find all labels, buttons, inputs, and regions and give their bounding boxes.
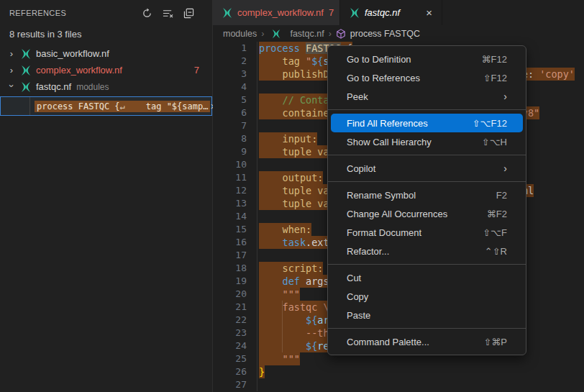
menu-separator <box>328 264 526 265</box>
menu-item-go-to-definition[interactable]: Go to Definition⌘F12 <box>331 50 523 68</box>
code-line-content: output: <box>257 171 323 184</box>
close-tab-icon[interactable]: × <box>425 6 433 19</box>
menu-item-command-palette[interactable]: Command Palette...⇧⌘P <box>331 332 523 351</box>
menu-item-rename-symbol[interactable]: Rename SymbolF2 <box>331 186 523 204</box>
nextflow-file-icon <box>20 81 32 93</box>
code-token <box>259 146 283 158</box>
code-token <box>300 55 306 67</box>
code-line[interactable]: 27 <box>213 378 584 391</box>
code-token: input: <box>283 133 318 145</box>
code-token <box>259 172 283 183</box>
menu-item-label: Copy <box>347 291 368 302</box>
editor-context-menu: Go to Definition⌘F12Go to References⇧F12… <box>327 45 526 355</box>
menu-item-label: Change All Occurrences <box>347 209 447 219</box>
line-number: 4 <box>213 81 257 94</box>
clear-all-icon[interactable] <box>161 6 174 19</box>
code-line-content <box>257 158 259 171</box>
collapse-all-icon[interactable] <box>182 6 195 19</box>
line-number: 10 <box>213 158 257 171</box>
reference-result-item[interactable]: process FASTQC {↵ tag "${samp… × <box>0 96 212 116</box>
menu-item-label: Format Document <box>347 227 421 238</box>
tab-complex-workflow[interactable]: complex_workflow.nf 7 <box>213 0 340 25</box>
line-number: 6 <box>213 106 257 119</box>
menu-item-refactor[interactable]: Refactor...⌃⇧R <box>331 242 523 260</box>
code-line-content <box>257 81 259 94</box>
code-token: process <box>259 42 306 54</box>
tab-bar: complex_workflow.nf 7 fastqc.nf × <box>213 0 584 25</box>
code-token: when: <box>283 224 312 235</box>
code-token: script: <box>283 263 324 274</box>
nextflow-file-icon <box>222 7 233 19</box>
menu-item-label: Refactor... <box>347 246 389 257</box>
menu-item-copy[interactable]: Copy <box>331 287 523 306</box>
code-token: " <box>306 55 311 67</box>
menu-item-keybinding: F2 <box>496 190 507 201</box>
code-token: """ <box>283 353 300 365</box>
menu-item-copilot[interactable]: Copilot› <box>331 159 523 178</box>
tree-item-file[interactable]: ›basic_workflow.nf <box>0 45 212 62</box>
chevron-right-icon[interactable]: › <box>6 48 17 59</box>
line-number: 26 <box>213 365 257 378</box>
menu-item-peek[interactable]: Peek› <box>331 87 523 106</box>
file-name: basic_workflow.nf <box>36 48 109 59</box>
indent-guide <box>282 301 283 352</box>
code-token <box>259 198 283 209</box>
chevron-down-icon[interactable]: › <box>6 81 17 92</box>
reference-range-highlight: script: <box>259 262 323 275</box>
menu-separator <box>328 155 526 155</box>
code-token <box>259 275 283 287</box>
code-token <box>259 263 283 274</box>
menu-item-paste[interactable]: Paste <box>331 306 523 324</box>
breadcrumb-file[interactable]: fastqc.nf <box>290 29 324 39</box>
refresh-icon[interactable] <box>140 6 153 19</box>
breadcrumb-folder[interactable]: modules <box>223 29 257 39</box>
menu-item-go-to-references[interactable]: Go to References⇧F12 <box>331 68 523 87</box>
return-glyph-icon: ↵ <box>120 101 125 111</box>
reference-range-highlight: } <box>259 365 265 378</box>
code-token: fastqc \ <box>283 301 329 313</box>
menu-item-keybinding: ⌃⇧R <box>485 246 507 257</box>
line-number: 12 <box>213 184 257 197</box>
line-number: 15 <box>213 223 257 236</box>
menu-item-label: Go to References <box>347 73 420 83</box>
line-number: 17 <box>213 249 257 262</box>
menu-item-keybinding: ⌘F2 <box>487 209 507 219</box>
menu-item-keybinding: ⌘F12 <box>482 54 507 65</box>
code-line-content: """ <box>257 288 300 301</box>
tab-fastqc[interactable]: fastqc.nf × <box>340 0 442 25</box>
code-token: ${ <box>311 55 323 67</box>
menu-item-label: Peek <box>347 91 368 102</box>
menu-item-label: Copilot <box>347 163 375 174</box>
menu-item-format-document[interactable]: Format Document⇧⌥F <box>331 223 523 242</box>
tree-item-file[interactable]: ›complex_workflow.nf7 <box>0 62 212 78</box>
menu-separator <box>328 181 526 182</box>
code-line-content: """ <box>257 352 300 365</box>
menu-item-change-all-occurrences[interactable]: Change All Occurrences⌘F2 <box>331 204 523 223</box>
code-token <box>259 68 283 80</box>
code-token: } <box>259 366 265 378</box>
submenu-chevron-right-icon: › <box>503 91 507 102</box>
line-number: 19 <box>213 275 257 288</box>
code-token: ${ <box>306 340 317 352</box>
line-number: 13 <box>213 197 257 210</box>
menu-item-find-all-references[interactable]: Find All References⇧⌥F12 <box>331 114 523 132</box>
nextflow-file-icon <box>20 48 32 60</box>
line-number: 20 <box>213 288 257 301</box>
reference-range-highlight: fastqc \ <box>259 301 329 314</box>
panel-title: REFERENCES <box>9 9 66 17</box>
menu-item-show-call-hierarchy[interactable]: Show Call Hierarchy⇧⌥H <box>331 132 523 151</box>
breadcrumb-symbol[interactable]: process FASTQC <box>350 29 420 39</box>
chevron-right-icon: › <box>329 29 332 39</box>
code-line-content <box>257 378 259 391</box>
code-line[interactable]: 26} <box>213 365 584 378</box>
code-line-content: } <box>257 365 265 378</box>
menu-item-cut[interactable]: Cut <box>331 268 523 287</box>
code-token <box>259 94 283 106</box>
code-line-content: fastqc \ <box>257 301 329 314</box>
symbol-cube-icon <box>336 29 346 39</box>
menu-item-label: Cut <box>347 273 361 283</box>
code-line-content: script: <box>257 262 323 275</box>
tree-item-file[interactable]: ›fastqc.nfmodules <box>0 78 212 95</box>
chevron-right-icon[interactable]: › <box>6 65 17 76</box>
references-panel-header: REFERENCES <box>0 0 212 26</box>
